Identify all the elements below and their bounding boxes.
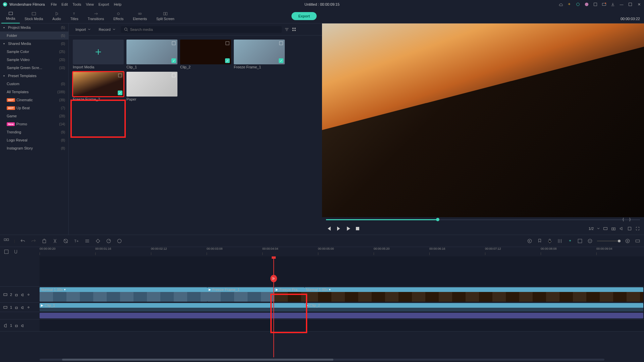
- tab-titles[interactable]: TTitles: [66, 9, 83, 23]
- sidebar-item-cinematic[interactable]: HOTCinematic(39): [0, 96, 68, 104]
- close-icon[interactable]: ✕: [637, 2, 641, 7]
- media-thumb-freeze-frame-2[interactable]: ✓: [73, 72, 124, 97]
- layout-icon[interactable]: [3, 238, 9, 244]
- sidebar-item-sample-color[interactable]: Sample Color(25): [0, 48, 68, 56]
- sidebar-item-up-beat[interactable]: HOTUp Beat(7): [0, 104, 68, 112]
- sidebar-item-custom[interactable]: Custom(0): [0, 80, 68, 88]
- snapshot-icon[interactable]: [611, 226, 616, 231]
- playback-quality-icon[interactable]: [603, 226, 608, 231]
- sidebar-item-folder[interactable]: Folder(5): [0, 32, 68, 40]
- import-dropdown[interactable]: Import: [73, 26, 93, 33]
- volume-icon[interactable]: [619, 226, 624, 231]
- prev-frame-button[interactable]: [326, 225, 333, 232]
- stop-button[interactable]: [354, 225, 361, 232]
- clip-normal-2[interactable]: Normal 1.00x ▾: [305, 287, 643, 302]
- track-body-v2[interactable]: Normal 1.00x ▾ ▶ Freeze Frame_1 ▶ Freeze…: [40, 287, 644, 302]
- text-icon[interactable]: T+: [73, 238, 79, 244]
- split-icon[interactable]: [52, 238, 58, 244]
- sidebar-item-sample-green-scre-[interactable]: Sample Green Scre...(10): [0, 64, 68, 72]
- audio-clip[interactable]: [40, 313, 643, 318]
- speed-icon[interactable]: [106, 238, 112, 244]
- media-thumb-freeze-frame-1[interactable]: ✓: [234, 40, 285, 64]
- undo-icon[interactable]: [20, 238, 26, 244]
- sidebar-item-preset-templates[interactable]: ▾Preset Templates: [0, 72, 68, 80]
- preview-scrubber[interactable]: { }: [322, 217, 644, 223]
- export-button[interactable]: Export: [291, 12, 317, 20]
- export-frame-icon[interactable]: [627, 226, 632, 231]
- minimize-icon[interactable]: —: [619, 2, 624, 7]
- mark-in-icon[interactable]: {: [623, 217, 624, 221]
- cloud-icon[interactable]: [558, 2, 563, 7]
- render-icon[interactable]: [527, 238, 533, 244]
- menu-file[interactable]: File: [51, 2, 57, 6]
- zoom-slider[interactable]: [597, 241, 621, 241]
- sidebar-item-sample-video[interactable]: Sample Video(20): [0, 56, 68, 64]
- magnet-icon[interactable]: [13, 249, 19, 255]
- visibility-icon[interactable]: [27, 306, 30, 309]
- sidebar-item-logo-reveal[interactable]: Logo Reveal(8): [0, 136, 68, 144]
- zoom-out-icon[interactable]: [587, 238, 593, 244]
- mail-icon[interactable]: [602, 2, 606, 7]
- color-icon[interactable]: [116, 238, 122, 244]
- record-dropdown[interactable]: Record: [96, 26, 118, 33]
- tab-split-screen[interactable]: Split Screen: [152, 9, 179, 23]
- audio-mixer-icon[interactable]: [557, 238, 563, 244]
- lock-icon[interactable]: [15, 293, 18, 296]
- zoom-in-icon[interactable]: [625, 238, 631, 244]
- search-box[interactable]: [121, 26, 282, 33]
- preview-video[interactable]: [322, 23, 644, 217]
- play-button[interactable]: [345, 225, 352, 232]
- menu-edit[interactable]: Edit: [61, 2, 68, 6]
- lock-icon[interactable]: [15, 324, 18, 327]
- clip-c2[interactable]: ▶ Clip_2: [305, 303, 643, 311]
- tab-audio[interactable]: Audio: [48, 9, 66, 23]
- expand-icon[interactable]: [171, 41, 176, 46]
- filter-icon[interactable]: [284, 27, 289, 32]
- clip-freeze-2[interactable]: ▶ Freeze Fra...: [274, 287, 305, 302]
- tab-elements[interactable]: Elements: [128, 9, 152, 23]
- import-media-tile[interactable]: [73, 40, 124, 64]
- tab-media[interactable]: Media: [1, 9, 20, 23]
- track-body-a1[interactable]: [40, 312, 644, 319]
- zoom-level[interactable]: 1/2: [589, 227, 594, 231]
- ai-icon[interactable]: ✦: [567, 238, 573, 244]
- delete-icon[interactable]: [41, 238, 47, 244]
- download-icon[interactable]: [610, 2, 615, 7]
- expand-icon[interactable]: [279, 41, 283, 46]
- adjust-icon[interactable]: [84, 238, 90, 244]
- timeline-scrollbar[interactable]: [0, 357, 644, 362]
- menu-tools[interactable]: Tools: [72, 2, 81, 6]
- expand-icon[interactable]: [118, 73, 122, 78]
- media-thumb-clip-2[interactable]: ✓: [180, 40, 231, 64]
- menu-export[interactable]: Export: [99, 2, 109, 6]
- lock-icon[interactable]: [15, 306, 18, 309]
- marker-icon[interactable]: [537, 238, 543, 244]
- chevron-down-icon[interactable]: [597, 227, 600, 230]
- mute-icon[interactable]: [21, 306, 24, 309]
- save-icon[interactable]: [593, 2, 598, 7]
- clip-freeze-1[interactable]: ▶ Freeze Frame_1: [207, 287, 274, 302]
- track-body-v1[interactable]: ▶ Clip_1 ▶ Clip_2: [40, 303, 644, 312]
- menu-view[interactable]: View: [86, 2, 94, 6]
- sidebar-item-project-media[interactable]: ▾Project Media(5): [0, 23, 68, 32]
- tab-transitions[interactable]: Transitions: [83, 9, 109, 23]
- timeline-ruler[interactable]: 00:00:00:2000:00:01:1600:00:02:1200:00:0…: [0, 247, 644, 256]
- expand-icon[interactable]: [225, 41, 230, 46]
- clip-normal-1[interactable]: Normal 1.00x ▾: [40, 287, 207, 302]
- mute-icon[interactable]: [21, 293, 24, 296]
- sidebar-item-game[interactable]: Game(28): [0, 112, 68, 120]
- search-input[interactable]: [130, 27, 278, 32]
- track-add-icon[interactable]: [3, 249, 9, 255]
- guide-icon[interactable]: [577, 238, 583, 244]
- clip-c1[interactable]: ▶ Clip_1: [40, 303, 305, 311]
- sidebar-item-all-templates[interactable]: All Templates(189): [0, 88, 68, 96]
- fullscreen-icon[interactable]: [635, 226, 640, 231]
- headset-icon[interactable]: [576, 2, 580, 7]
- sidebar-item-shared-media[interactable]: ▾Shared Media(0): [0, 40, 68, 48]
- visibility-icon[interactable]: [27, 293, 30, 296]
- voiceover-icon[interactable]: [547, 238, 553, 244]
- sparkle-icon[interactable]: [567, 2, 572, 7]
- zoom-fit-icon[interactable]: [635, 238, 641, 244]
- sidebar-item-instagram-story[interactable]: Instagram Story(8): [0, 144, 68, 152]
- grid-view-icon[interactable]: [292, 27, 297, 32]
